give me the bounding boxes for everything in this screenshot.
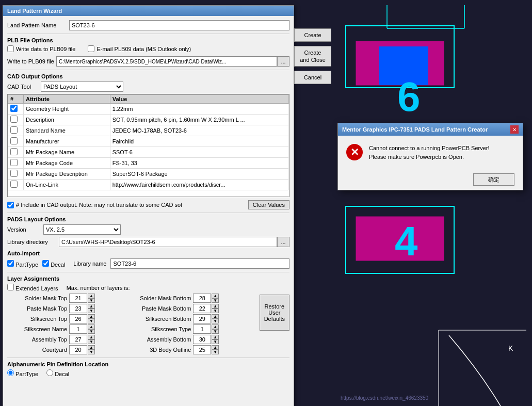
layer-value-input[interactable] — [193, 314, 211, 323]
spin-up-button[interactable]: ▲ — [212, 324, 219, 329]
table-row: DescriptionSOT, 0.95mm pitch, 6 pin, 1.6… — [8, 115, 289, 125]
layer-value-input[interactable] — [69, 324, 87, 334]
version-label: Version — [7, 226, 43, 233]
attr-cell-attribute: Mfr Package Code — [23, 158, 110, 169]
layer-value-input[interactable] — [193, 335, 211, 344]
attr-row-checkbox[interactable] — [10, 170, 18, 177]
spin-up-button[interactable]: ▲ — [88, 314, 95, 319]
restore-defaults-button[interactable]: Restore User Defaults — [260, 295, 289, 331]
version-select[interactable]: VX. 2.5 — [43, 224, 121, 235]
spin-up-button[interactable]: ▲ — [212, 335, 219, 339]
cad-tool-label: CAD Tool — [7, 84, 41, 90]
attr-row-checkbox[interactable] — [10, 126, 18, 134]
spin-down-button[interactable]: ▼ — [212, 339, 219, 344]
svg-text:6: 6 — [397, 74, 421, 120]
ok-button[interactable]: 确定 — [473, 173, 514, 186]
spin-down-button[interactable]: ▼ — [88, 329, 95, 334]
spin-down-button[interactable]: ▼ — [212, 308, 219, 313]
layer-row: 3D Body Outline▲▼ — [131, 345, 251, 354]
spin-down-button[interactable]: ▼ — [212, 329, 219, 334]
write-plb-label: Write data to PLB09 file — [16, 46, 75, 52]
spin-up-button[interactable]: ▲ — [212, 294, 219, 298]
spin-up-button[interactable]: ▲ — [88, 304, 95, 308]
spin-up-button[interactable]: ▲ — [212, 304, 219, 308]
dialog-close-button[interactable]: ✕ — [510, 125, 519, 134]
pin-parttype-radio-row[interactable]: PartType — [7, 369, 38, 377]
pin-decal-label: Decal — [55, 371, 69, 377]
write-file-input[interactable] — [56, 56, 277, 67]
wizard-title: Land Pattern Wizard — [7, 8, 62, 14]
error-dialog: Mentor Graphics IPC-7351 PADS Land Patte… — [337, 123, 523, 190]
spin-up-button[interactable]: ▲ — [212, 345, 219, 350]
libdir-input[interactable] — [59, 237, 277, 247]
layer-value-input[interactable] — [69, 314, 87, 323]
attr-row-checkbox[interactable] — [10, 116, 18, 123]
spin-up-button[interactable]: ▲ — [88, 294, 95, 298]
spin-up-button[interactable]: ▲ — [212, 314, 219, 319]
attr-row-checkbox[interactable] — [10, 148, 18, 155]
layer-value-input[interactable] — [69, 345, 87, 354]
layer-row: Silkscreen Name▲▼ — [7, 324, 127, 334]
layer-value-input[interactable] — [69, 294, 87, 303]
layer-row: Courtyard▲▼ — [7, 345, 127, 354]
spin-down-button[interactable]: ▼ — [88, 339, 95, 344]
attr-cell-value: SSOT-6 — [110, 147, 288, 158]
spin-down-button[interactable]: ▼ — [88, 350, 95, 354]
layer-row: Solder Mask Bottom▲▼ — [131, 294, 251, 303]
email-plb-checkbox-row[interactable]: E-mail PLB09 data (MS Outlook only) — [88, 45, 191, 52]
attr-row-checkbox[interactable] — [10, 181, 18, 188]
attr-row-checkbox[interactable] — [10, 159, 18, 166]
layer-value-input[interactable] — [69, 304, 87, 313]
pin-decal-radio-row[interactable]: Decal — [46, 369, 69, 377]
layer-value-input[interactable] — [69, 335, 87, 344]
write-plb-checkbox[interactable] — [7, 45, 14, 52]
pin-parttype-radio[interactable] — [7, 369, 14, 376]
spin-down-button[interactable]: ▼ — [212, 350, 219, 354]
layer-value-input[interactable] — [193, 304, 211, 313]
libname-input[interactable] — [110, 258, 289, 269]
parttype-checkbox[interactable] — [7, 260, 14, 267]
attributes-table: # Attribute Value Geometry Height1.22mmD… — [8, 94, 289, 190]
attr-row-checkbox[interactable] — [10, 105, 18, 112]
layer-name-label: Silkscreen Bottom — [131, 316, 193, 322]
attr-cell-value: SuperSOT-6 Package — [110, 169, 288, 180]
layer-value-input[interactable] — [193, 324, 211, 334]
spin-down-button[interactable]: ▼ — [88, 319, 95, 323]
spin-down-button[interactable]: ▼ — [88, 308, 95, 313]
spin-down-button[interactable]: ▼ — [212, 319, 219, 323]
decal-checkbox-row[interactable]: Decal — [42, 260, 65, 268]
max-layers-text: Max. number of layers is: — [67, 285, 130, 291]
decal-checkbox[interactable] — [42, 260, 49, 267]
spin-up-button[interactable]: ▲ — [88, 345, 95, 350]
layer-name-label: Silkscreen Top — [7, 316, 69, 322]
layer-row: Solder Mask Top▲▼ — [7, 294, 127, 303]
table-row: On-Line-Linkhttp://www.fairchildsemi.com… — [8, 180, 289, 190]
spin-up-button[interactable]: ▲ — [88, 335, 95, 339]
land-pattern-name-input[interactable] — [69, 20, 289, 30]
attr-cell-attribute: Mfr Package Description — [23, 169, 110, 180]
attr-row-checkbox[interactable] — [10, 137, 18, 144]
extended-layers-checkbox[interactable] — [7, 284, 14, 290]
include-cad-checkbox[interactable] — [7, 202, 14, 208]
spin-down-button[interactable]: ▼ — [212, 298, 219, 303]
browse-libdir-button[interactable]: ... — [277, 237, 289, 247]
parttype-checkbox-row[interactable]: PartType — [7, 260, 38, 268]
clear-values-button[interactable]: Clear Values — [248, 200, 289, 209]
email-plb-checkbox[interactable] — [88, 45, 94, 52]
cad-tool-select[interactable]: PADS Layout — [41, 82, 123, 92]
spin-up-button[interactable]: ▲ — [88, 324, 95, 329]
create-button[interactable]: Create — [294, 28, 331, 42]
layer-name-label: Silkscreen Name — [7, 326, 69, 332]
extended-layers-row[interactable]: Extended Layers — [7, 284, 58, 291]
spin-down-button[interactable]: ▼ — [88, 298, 95, 303]
create-close-button[interactable]: Create and Close — [294, 46, 331, 67]
pin-decal-radio[interactable] — [46, 369, 53, 376]
browse-plb-button[interactable]: ... — [277, 56, 289, 67]
write-plb-checkbox-row[interactable]: Write data to PLB09 file — [7, 45, 75, 52]
pads-section-header: PADS Layout Options — [7, 216, 289, 222]
svg-text:4: 4 — [395, 218, 418, 264]
cancel-button[interactable]: Cancel — [294, 71, 331, 84]
layer-value-input[interactable] — [193, 345, 211, 354]
layer-value-input[interactable] — [193, 294, 211, 303]
pin-def-header: Alphanumeric Pin Definition Location — [7, 361, 289, 367]
